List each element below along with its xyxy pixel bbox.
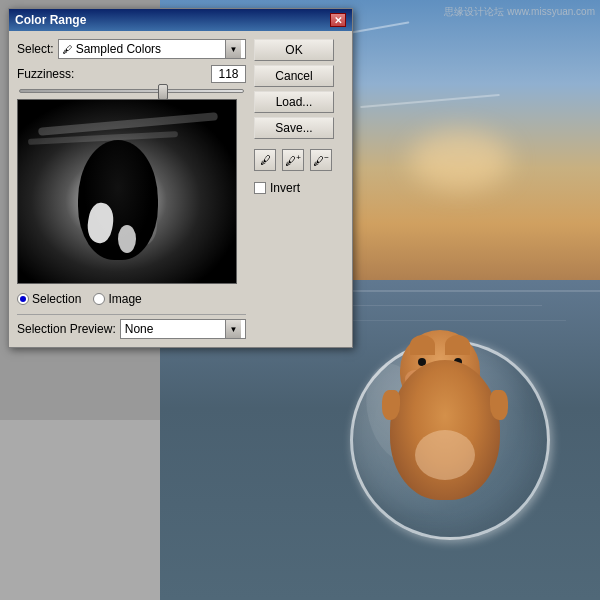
select-dropdown[interactable]: 🖋 Sampled Colors ▼ [58, 39, 246, 59]
selection-radio[interactable]: Selection [17, 292, 81, 306]
view-mode-row: Selection Image [17, 290, 246, 308]
invert-label: Invert [270, 181, 300, 195]
selection-preview-row: Selection Preview: None ▼ [17, 319, 246, 339]
selection-radio-dot [20, 296, 26, 302]
load-button[interactable]: Load... [254, 91, 334, 113]
eyedropper-icon: 🖋 [260, 154, 271, 166]
save-button[interactable]: Save... [254, 117, 334, 139]
eyedropper-minus-icon: 🖋− [313, 153, 329, 167]
hamster-belly [415, 430, 475, 480]
dialog-content: Select: 🖋 Sampled Colors ▼ Fuzziness: 11… [9, 31, 352, 347]
slider-track [19, 89, 244, 93]
invert-checkbox[interactable] [254, 182, 266, 194]
ok-button[interactable]: OK [254, 39, 334, 61]
select-arrow[interactable]: ▼ [225, 40, 241, 58]
eyedropper-icon-small: 🖋 [63, 44, 73, 55]
fuzziness-label: Fuzziness: [17, 67, 74, 81]
select-value: Sampled Colors [76, 42, 225, 56]
selection-preview-dropdown[interactable]: None ▼ [120, 319, 246, 339]
selection-preview-value: None [125, 322, 225, 336]
preview-highlight-2 [118, 225, 136, 253]
preview-bw-image [18, 100, 236, 283]
cloud-5 [360, 94, 500, 108]
watermark: 思缘设计论坛 www.missyuan.com [444, 5, 595, 19]
color-range-dialog: Color Range ✕ Select: 🖋 Sampled Colors ▼… [8, 8, 353, 348]
preview-dropdown-arrow[interactable]: ▼ [225, 320, 241, 338]
close-button[interactable]: ✕ [330, 13, 346, 27]
fuzziness-row: Fuzziness: 118 [17, 65, 246, 83]
fuzziness-slider-container [17, 89, 246, 93]
dialog-titlebar: Color Range ✕ [9, 9, 352, 31]
fuzziness-value[interactable]: 118 [211, 65, 246, 83]
hamster-ear-right [445, 335, 470, 355]
preview-container [17, 99, 237, 284]
eyedropper-add-tool[interactable]: 🖋+ [282, 149, 304, 171]
hamster-paw-right [490, 390, 508, 420]
invert-row: Invert [254, 181, 344, 195]
slider-thumb[interactable] [158, 84, 168, 100]
image-label: Image [108, 292, 141, 306]
hamster-ear-left [410, 335, 435, 355]
hamster-area [330, 180, 570, 560]
selection-radio-circle [17, 293, 29, 305]
eyedropper-subtract-tool[interactable]: 🖋− [310, 149, 332, 171]
dialog-title: Color Range [15, 13, 86, 27]
image-radio-circle [93, 293, 105, 305]
select-row: Select: 🖋 Sampled Colors ▼ [17, 39, 246, 59]
dialog-left-panel: Select: 🖋 Sampled Colors ▼ Fuzziness: 11… [17, 39, 246, 339]
image-radio[interactable]: Image [93, 292, 141, 306]
cancel-button[interactable]: Cancel [254, 65, 334, 87]
hamster-body [380, 330, 510, 500]
eyedropper-tool[interactable]: 🖋 [254, 149, 276, 171]
dialog-right-panel: OK Cancel Load... Save... 🖋 🖋+ 🖋− Invert [254, 39, 344, 339]
hamster-paw-left [382, 390, 400, 420]
divider-1 [17, 314, 246, 315]
eyedropper-row: 🖋 🖋+ 🖋− [254, 149, 344, 171]
selection-preview-label: Selection Preview: [17, 322, 116, 336]
hamster-body-shape [390, 360, 500, 500]
selection-label: Selection [32, 292, 81, 306]
eyedropper-plus-icon: 🖋+ [285, 153, 301, 167]
select-label: Select: [17, 42, 54, 56]
